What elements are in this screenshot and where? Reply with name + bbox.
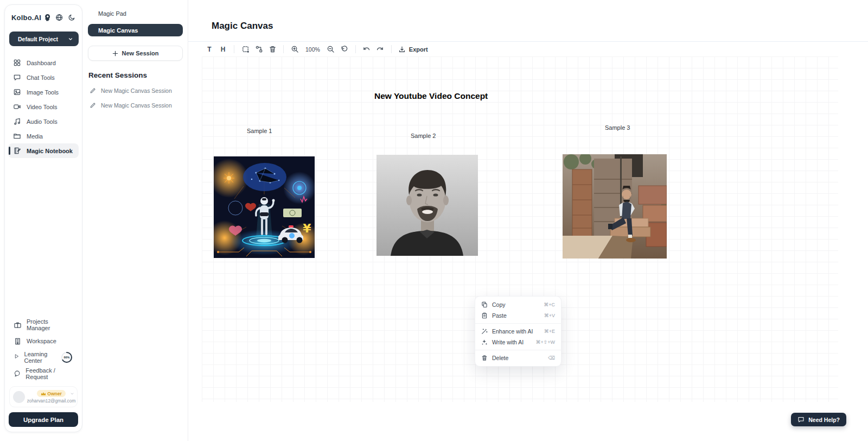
session-list-item[interactable]: New Magic Canvas Session	[88, 87, 183, 94]
sidebar-item-label: Learning Center	[24, 351, 54, 364]
sample-image-1[interactable]: ¥	[214, 156, 315, 258]
menu-shortcut: ⌘+V	[544, 313, 555, 318]
dark-mode-moon-icon[interactable]	[68, 14, 75, 22]
app-logo: Kolbo.AI	[11, 14, 41, 22]
music-note-icon	[13, 117, 21, 125]
paste-clipboard-icon	[481, 312, 488, 319]
sidebar-item-label: Workspace	[27, 338, 56, 344]
sparkles-icon	[481, 339, 488, 345]
menu-shortcut: ⌘+E	[544, 329, 555, 334]
learning-progress-ring: 66%	[60, 351, 73, 364]
pencil-icon	[90, 102, 96, 109]
avatar	[13, 391, 25, 403]
text-tool-button[interactable]: T	[203, 43, 216, 55]
undo-button[interactable]	[360, 43, 373, 55]
download-icon	[398, 46, 406, 53]
sidebar-item-media[interactable]: Media	[8, 129, 79, 143]
help-chat-icon	[797, 416, 805, 423]
sidebar-item-label: Image Tools	[27, 89, 59, 96]
menu-item-write-with-ai[interactable]: Write with AI ⌘+⇧+W	[475, 337, 561, 348]
delete-tool-button[interactable]	[266, 43, 279, 55]
sidebar-item-magic-notebook[interactable]: Magic Notebook	[8, 143, 79, 158]
zoom-out-button[interactable]	[324, 43, 337, 55]
nav-item-magic-canvas[interactable]: Magic Canvas	[88, 24, 183, 36]
play-icon	[14, 354, 20, 362]
menu-item-copy[interactable]: Copy ⌘+C	[475, 299, 561, 310]
sidebar-item-feedback-request[interactable]: Feedback / Request	[9, 366, 78, 382]
session-list-item[interactable]: New Magic Canvas Session	[88, 102, 183, 109]
logo-row: Kolbo.AI	[5, 5, 82, 26]
crown-icon	[41, 392, 46, 396]
sidebar-item-projects-manager[interactable]: Projects Manager	[9, 317, 78, 333]
menu-item-enhance-with-ai[interactable]: Enhance with AI ⌘+E	[475, 326, 561, 337]
sidebar-item-label: Audio Tools	[27, 118, 58, 125]
heading-tool-button[interactable]: H	[216, 43, 229, 55]
brain-logo-icon	[43, 14, 51, 22]
redo-button[interactable]	[374, 43, 387, 55]
magic-canvas-grid[interactable]: New Youtube Video Concept Sample 1 Sampl…	[202, 56, 838, 402]
menu-item-paste[interactable]: Paste ⌘+V	[475, 310, 561, 321]
connector-tool-button[interactable]	[252, 43, 265, 55]
user-email: zoharvan12@gmail.com	[27, 398, 76, 404]
export-button[interactable]: Export	[398, 46, 428, 53]
svg-text:¥: ¥	[303, 222, 311, 235]
sidebar-item-label: Media	[27, 133, 43, 140]
need-help-button[interactable]: Need Help?	[791, 413, 846, 426]
user-account-card[interactable]: Owner zoharvan12@gmail.com	[9, 386, 78, 407]
image-icon	[13, 88, 21, 96]
sample-3-label[interactable]: Sample 3	[605, 124, 630, 131]
canvas-heading-text[interactable]: New Youtube Video Concept	[374, 91, 488, 101]
menu-shortcut: ⌫	[548, 355, 555, 361]
zoom-out-icon	[327, 45, 335, 53]
sidebar-item-video-tools[interactable]: Video Tools	[8, 99, 79, 114]
select-tool-button[interactable]	[239, 43, 252, 55]
sample-1-label[interactable]: Sample 1	[247, 128, 272, 134]
sidebar-item-image-tools[interactable]: Image Tools	[8, 85, 79, 99]
sidebar-nav: Dashboard Chat Tools Image Tools Video T…	[5, 55, 82, 158]
zoom-in-button[interactable]	[288, 43, 301, 55]
toolbar-divider	[391, 45, 392, 53]
sidebar-item-dashboard[interactable]: Dashboard	[8, 55, 79, 70]
sidebar-item-workspace[interactable]: Workspace	[9, 333, 78, 349]
user-chevron-icon	[70, 392, 74, 396]
trash-icon	[269, 45, 277, 53]
toolbar-divider	[283, 45, 284, 53]
sidebar-item-audio-tools[interactable]: Audio Tools	[8, 114, 79, 129]
rotate-reset-icon	[340, 45, 348, 53]
notebook-pen-icon	[13, 147, 21, 155]
menu-divider	[475, 350, 561, 350]
redo-icon	[376, 45, 384, 53]
marquee-select-icon	[241, 45, 250, 53]
sidebar-item-learning-center[interactable]: Learning Center 66%	[9, 349, 78, 366]
project-selector-label: Default Project	[18, 36, 58, 42]
undo-icon	[362, 45, 371, 53]
language-globe-icon[interactable]	[55, 14, 63, 22]
sidebar-item-chat-tools[interactable]: Chat Tools	[8, 70, 79, 85]
new-session-button[interactable]: New Session	[88, 46, 183, 61]
video-camera-icon	[13, 103, 21, 111]
zoom-level: 100%	[305, 46, 320, 53]
sample-image-3[interactable]	[563, 154, 667, 259]
sidebar-item-label: Feedback / Request	[25, 367, 73, 380]
sample-2-label[interactable]: Sample 2	[411, 133, 436, 139]
context-menu: Copy ⌘+C Paste ⌘+V Enhance with AI	[475, 296, 561, 367]
nav-item-magic-pad[interactable]: Magic Pad	[88, 8, 183, 19]
sidebar-item-label: Chat Tools	[27, 74, 55, 81]
canvas-toolbar: T H	[188, 41, 868, 56]
menu-item-delete[interactable]: Delete ⌫	[475, 352, 561, 363]
plus-icon	[112, 51, 118, 56]
toolbar-divider	[355, 45, 356, 53]
reset-view-button[interactable]	[338, 43, 351, 55]
zoom-in-icon	[291, 45, 299, 53]
copy-icon	[481, 301, 488, 308]
chat-bubble-icon	[13, 73, 21, 81]
folder-icon	[13, 132, 21, 140]
upgrade-plan-button[interactable]: Upgrade Plan	[9, 412, 78, 427]
sample-image-2[interactable]	[376, 155, 478, 256]
sidebar-item-label: Magic Notebook	[27, 148, 73, 154]
pencil-icon	[90, 87, 96, 94]
sidebar-item-label: Dashboard	[27, 60, 56, 66]
sidebar-footer: Projects Manager Workspace Learning Cent…	[5, 317, 82, 427]
project-selector[interactable]: Default Project	[9, 32, 79, 46]
page-title: Magic Canvas	[212, 21, 273, 32]
